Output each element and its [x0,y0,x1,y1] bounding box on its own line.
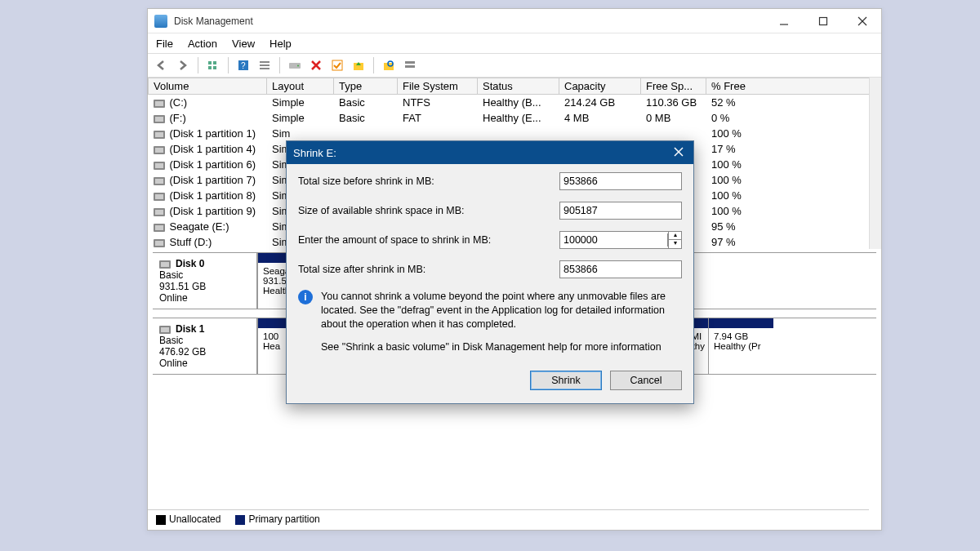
menu-file[interactable]: File [156,38,173,50]
disk-icon [154,131,165,139]
cancel-button[interactable]: Cancel [610,371,682,390]
input-shrink-amount[interactable]: 100000 ▴▾ [559,231,682,249]
col-capacity[interactable]: Capacity [559,78,641,95]
disk-icon [154,146,165,154]
table-row[interactable]: (C:)SimpleBasicNTFSHealthy (B...214.24 G… [149,95,881,111]
help-text: See "Shrink a basic volume" in Disk Mana… [321,341,662,353]
table-header-row: Volume Layout Type File System Status Ca… [149,78,881,95]
disk-icon [154,162,165,170]
window-title: Disk Management [174,16,772,27]
svg-point-14 [297,65,299,67]
partition-block[interactable]: 7.94 GBHealthy (Pr [708,318,773,374]
menu-action[interactable]: Action [188,38,217,50]
maximize-button[interactable] [811,11,835,31]
value-total-after: 853866 [559,260,682,278]
svg-rect-10 [260,61,270,63]
label-total-after: Total size after shrink in MB: [298,264,559,275]
label-available: Size of available shrink space in MB: [298,205,559,216]
search-drive-icon[interactable] [380,56,398,74]
value-available: 905187 [559,202,682,220]
svg-rect-22 [405,65,415,68]
col-volume[interactable]: Volume [149,78,267,95]
label-enter-amount: Enter the amount of space to shrink in M… [298,234,559,246]
menu-help[interactable]: Help [270,38,292,50]
check-icon[interactable] [328,56,346,74]
legend-primary: Primary partition [248,513,319,525]
app-icon [154,15,167,28]
swatch-primary [235,515,245,525]
dialog-titlebar: Shrink E: [287,141,693,164]
disk-icon [154,177,165,185]
svg-rect-12 [260,68,270,69]
back-icon[interactable] [153,56,171,74]
col-filesystem[interactable]: File System [398,78,478,95]
shrink-dialog: Shrink E: Total size before shrink in MB… [286,140,694,404]
swatch-unallocated [156,515,166,525]
scrollbar[interactable] [869,78,881,249]
toolbar: ? [148,53,881,78]
col-status[interactable]: Status [478,78,559,95]
disk-icon [154,224,165,232]
close-button[interactable] [850,11,875,31]
info-icon: i [298,290,313,304]
svg-text:?: ? [241,61,246,70]
drive-icon[interactable] [286,56,304,74]
menubar: File Action View Help [148,33,881,53]
disk-icon [159,326,171,334]
svg-rect-7 [213,66,216,69]
label-total-before: Total size before shrink in MB: [298,176,559,187]
dialog-title: Shrink E: [293,147,670,159]
info-text: You cannot shrink a volume beyond the po… [321,290,682,331]
disk-icon [154,239,165,247]
disk-icon [154,115,165,123]
value-total-before: 953866 [559,172,682,190]
disk-icon [159,260,171,269]
menu-view[interactable]: View [232,38,255,50]
col-pct[interactable]: % Free [706,78,881,95]
dialog-close-icon[interactable] [670,145,687,161]
svg-rect-17 [332,60,342,70]
svg-rect-4 [208,61,212,64]
shrink-button[interactable]: Shrink [530,371,602,390]
shrink-stepper[interactable]: ▴▾ [668,232,681,248]
svg-rect-21 [405,61,415,64]
svg-rect-6 [208,66,212,69]
table-row[interactable]: (F:)SimpleBasicFATHealthy (E...4 MB0 MB0… [149,110,881,126]
disk-icon [154,100,165,108]
delete-icon[interactable] [307,56,325,74]
disk-icon [154,208,165,216]
svg-rect-5 [213,61,216,64]
titlebar: Disk Management [148,9,881,33]
legend-unallocated: Unallocated [169,513,220,525]
col-type[interactable]: Type [334,78,398,95]
svg-rect-11 [260,64,270,66]
grid-icon[interactable] [204,56,222,74]
step-down-icon[interactable]: ▾ [669,240,681,248]
minimize-button[interactable] [772,11,796,31]
col-free[interactable]: Free Sp... [641,78,706,95]
col-layout[interactable]: Layout [267,78,334,95]
svg-rect-1 [820,17,827,24]
disk-icon [154,193,165,201]
list-icon[interactable] [256,56,274,74]
table-row[interactable]: (Disk 1 partition 1)Sim100 % [149,126,881,141]
svg-rect-19 [384,63,394,70]
help-icon[interactable]: ? [234,56,252,74]
settings-list-icon[interactable] [401,56,419,74]
legend: Unallocated Primary partition [148,509,869,528]
forward-icon[interactable] [174,56,192,74]
folder-up-icon[interactable] [350,56,368,74]
